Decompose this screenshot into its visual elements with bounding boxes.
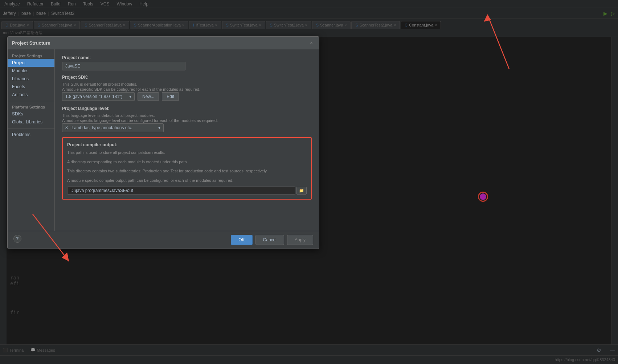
nav-libraries[interactable]: Libraries [8,75,54,83]
notification-circle-inner [480,193,486,200]
project-name-input[interactable] [62,62,185,70]
sdk-desc1: This SDK is default for all project modu… [62,82,312,86]
nav-project[interactable]: Project [8,59,54,67]
new-sdk-button[interactable]: New... [138,92,159,101]
project-lang-section: Project language level: This language le… [62,106,312,132]
lang-dropdown-value: 8 - Lambdas, type annotations etc. [65,125,132,130]
nav-facets[interactable]: Facets [8,83,54,91]
compiler-desc1: This path is used to store all project c… [67,150,307,156]
nav-artifacts[interactable]: Artifacts [8,91,54,99]
sdk-dropdown[interactable]: 1.8 (java version "1.8.0_181") ▾ [62,92,135,101]
sdk-row: 1.8 (java version "1.8.0_181") ▾ New... … [62,92,312,101]
dialog-overlay: Project Structure × Project Settings Pro… [0,0,618,364]
ok-button[interactable]: OK [231,235,252,245]
compiler-desc3: This directory contains two subdirectori… [67,168,307,175]
compiler-path-browse[interactable]: 📁 [296,187,307,195]
project-sdk-title: Project SDK: [62,75,312,80]
compiler-desc4: A module specific compiler output path c… [67,177,307,184]
project-name-label: Project name: [62,55,312,60]
apply-button[interactable]: Apply [287,235,313,245]
nav-sep [8,101,54,101]
compiler-desc2: A directory corresponding to each module… [67,159,307,165]
platform-settings-label: Platform Settings [8,103,54,110]
lang-desc1: This language level is default for all p… [62,113,312,118]
sdk-desc2: A module specific SDK can be configured … [62,87,312,91]
lang-dropdown[interactable]: 8 - Lambdas, type annotations etc. ▾ [62,123,164,132]
edit-sdk-button[interactable]: Edit [162,92,179,101]
nav-sep2 [8,128,54,128]
compiler-output-title: Project compiler output: [67,142,307,147]
dialog-close-button[interactable]: × [308,40,315,46]
compiler-path-input[interactable] [67,187,295,195]
nav-global-libraries[interactable]: Global Libraries [8,118,54,126]
dialog-sidebar: Project Settings Project Modules Librari… [8,49,55,231]
dialog-footer: ? OK Cancel Apply [8,231,319,249]
dialog-body: Project Settings Project Modules Librari… [8,49,319,231]
nav-sdks[interactable]: SDKs [8,110,54,118]
project-sdk-section: Project SDK: This SDK is default for all… [62,75,312,101]
project-structure-dialog: Project Structure × Project Settings Pro… [7,36,319,249]
help-button[interactable]: ? [13,235,21,243]
dialog-content: Project name: Project SDK: This SDK is d… [55,49,319,231]
nav-modules[interactable]: Modules [8,67,54,75]
sdk-dropdown-arrow: ▾ [129,94,131,99]
compiler-path-row: 📁 [67,187,307,195]
nav-problems[interactable]: Problems [8,131,54,139]
compiler-output-section: Project compiler output: This path is us… [62,137,312,200]
project-settings-label: Project Settings [8,52,54,59]
sdk-dropdown-value: 1.8 (java version "1.8.0_181") [65,94,122,99]
dialog-title: Project Structure [12,40,50,46]
dialog-title-bar: Project Structure × [8,37,319,49]
notification-circle [478,192,488,202]
cancel-button[interactable]: Cancel [255,235,284,245]
lang-desc2: A module specific language level can be … [62,118,312,123]
lang-dropdown-arrow: ▾ [158,125,160,130]
project-lang-title: Project language level: [62,106,312,111]
